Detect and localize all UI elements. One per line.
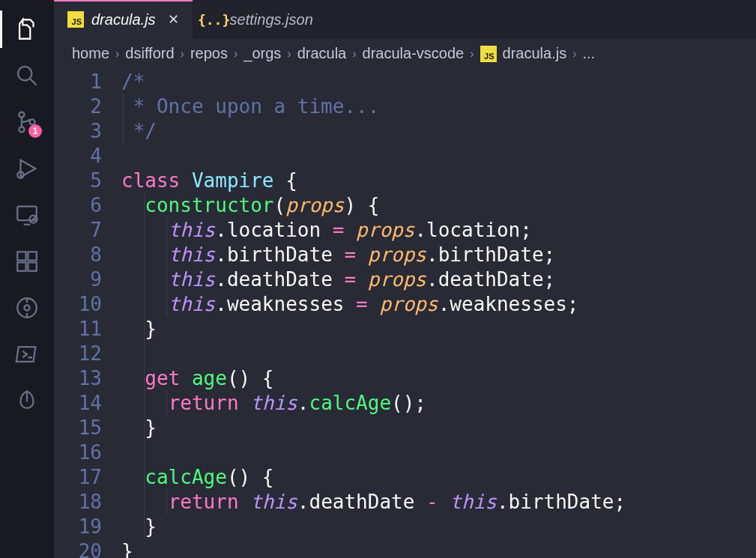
svg-rect-8 (28, 252, 36, 260)
line-number: 9 (54, 267, 102, 292)
code-line[interactable]: return this.calcAge(); (121, 391, 756, 416)
line-number: 2 (54, 94, 102, 119)
editor-group: JSdracula.js✕{..}settings.json home›dsif… (54, 0, 756, 558)
line-number-gutter: 1234567891011121314151617181920 (54, 67, 121, 558)
code-line[interactable]: this.birthDate = props.birthDate; (121, 243, 756, 267)
chevron-right-icon: › (572, 47, 576, 61)
code-line[interactable]: get age() { (121, 366, 756, 391)
code-line[interactable]: * Once upon a time... (121, 94, 756, 119)
code-line[interactable]: calcAge() { (121, 465, 756, 490)
line-number: 18 (54, 490, 102, 515)
svg-rect-7 (17, 252, 25, 260)
breadcrumb-more[interactable]: ... (582, 45, 595, 62)
svg-point-0 (18, 67, 31, 80)
line-number: 4 (54, 144, 102, 169)
close-icon[interactable]: ✕ (168, 11, 179, 28)
code-line[interactable] (121, 342, 756, 366)
code-line[interactable]: } (121, 317, 756, 342)
line-number: 10 (54, 292, 102, 317)
code-line[interactable]: } (121, 416, 756, 440)
search-icon[interactable] (0, 52, 54, 99)
svg-point-2 (19, 127, 24, 132)
explorer-icon[interactable] (0, 6, 54, 52)
line-number: 6 (54, 193, 102, 218)
js-file-icon: JS (480, 46, 497, 62)
code-content[interactable]: /* * Once upon a time... */class Vampire… (121, 67, 756, 558)
code-line[interactable]: */ (121, 119, 756, 144)
line-number: 16 (54, 440, 102, 465)
gitlens-icon[interactable] (0, 285, 54, 331)
breadcrumb-segment[interactable]: _orgs (244, 45, 281, 62)
code-line[interactable] (121, 440, 756, 465)
scm-badge: 1 (28, 124, 42, 138)
breadcrumb-segment[interactable]: repos (190, 45, 228, 62)
line-number: 12 (54, 342, 102, 366)
line-number: 13 (54, 366, 102, 391)
breadcrumb-segment[interactable]: dracula (297, 45, 347, 62)
line-number: 19 (54, 515, 102, 539)
code-line[interactable]: this.weaknesses = props.weaknesses; (121, 292, 756, 317)
code-line[interactable]: } (121, 515, 756, 539)
svg-point-1 (19, 112, 24, 118)
breadcrumb-segment[interactable]: dracula-vscode (363, 45, 465, 62)
cloud-icon[interactable] (0, 377, 54, 424)
js-file-icon: JS (67, 11, 84, 28)
chevron-right-icon: › (470, 47, 474, 61)
line-number: 15 (54, 416, 102, 440)
breadcrumb-segment[interactable]: home (72, 45, 109, 62)
svg-rect-10 (28, 262, 36, 270)
code-editor[interactable]: 1234567891011121314151617181920 /* * Onc… (54, 67, 756, 558)
run-debug-icon[interactable] (0, 145, 54, 192)
line-number: 5 (54, 169, 102, 193)
breadcrumb-file[interactable]: dracula.js (503, 45, 567, 62)
code-line[interactable]: this.location = props.location; (121, 218, 756, 243)
code-line[interactable]: /* (121, 70, 756, 94)
tab-bar: JSdracula.js✕{..}settings.json (54, 0, 756, 39)
tab-label: dracula.js (91, 11, 156, 28)
line-number: 17 (54, 465, 102, 490)
source-control-icon[interactable]: 1 (0, 99, 54, 145)
activity-bar: 1 (0, 0, 54, 558)
code-line[interactable]: } (121, 539, 756, 558)
tab-settings-json[interactable]: {..}settings.json (193, 0, 327, 39)
code-line[interactable]: class Vampire { (121, 169, 756, 193)
extensions-icon[interactable] (0, 238, 54, 285)
code-line[interactable]: this.deathDate = props.deathDate; (121, 267, 756, 292)
breadcrumb: home›dsifford›repos›_orgs›dracula›dracul… (54, 39, 756, 67)
json-file-icon: {..} (206, 11, 223, 28)
breadcrumb-segment[interactable]: dsifford (125, 45, 174, 62)
line-number: 3 (54, 119, 102, 144)
line-number: 7 (54, 218, 102, 243)
line-number: 11 (54, 317, 102, 342)
tab-label: settings.json (230, 11, 313, 28)
code-line[interactable]: return this.deathDate - this.birthDate; (121, 490, 756, 515)
chevron-right-icon: › (287, 47, 291, 61)
chevron-right-icon: › (181, 47, 184, 61)
chevron-right-icon: › (115, 47, 119, 61)
chevron-right-icon: › (234, 47, 238, 61)
app-root: 1 JSdracula.js✕{..}settings.json home›ds… (0, 0, 756, 558)
tab-dracula-js[interactable]: JSdracula.js✕ (54, 0, 193, 39)
line-number: 8 (54, 243, 102, 267)
code-line[interactable] (121, 144, 756, 169)
remote-explorer-icon[interactable] (0, 192, 54, 238)
line-number: 20 (54, 539, 102, 558)
svg-point-12 (24, 305, 29, 310)
code-line[interactable]: constructor(props) { (121, 193, 756, 218)
powershell-icon[interactable] (0, 331, 54, 377)
svg-rect-9 (17, 262, 25, 270)
line-number: 14 (54, 391, 102, 416)
chevron-right-icon: › (352, 47, 356, 61)
line-number: 1 (54, 70, 102, 94)
